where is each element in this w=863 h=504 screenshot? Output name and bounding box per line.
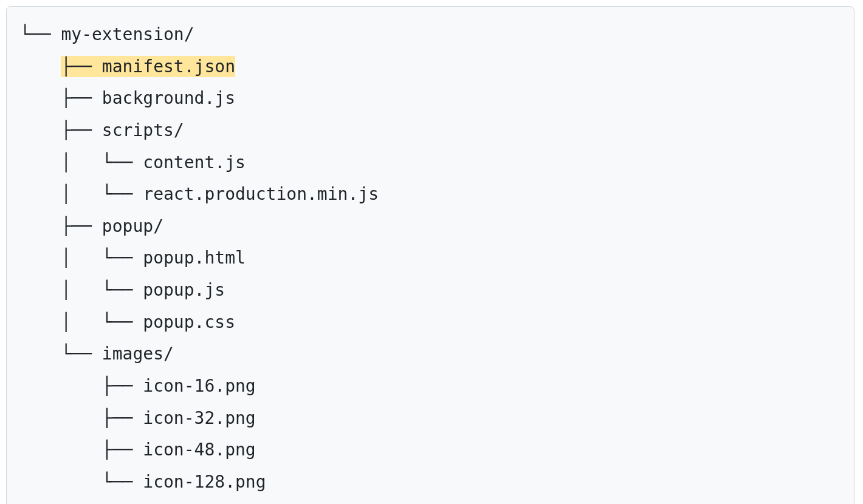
tree-prefix: │ └── <box>20 312 143 332</box>
tree-entry-popup-dir: popup/ <box>102 216 163 236</box>
tree-prefix: ├── <box>20 120 102 140</box>
tree-entry-icon-48-png: icon-48.png <box>143 440 255 460</box>
tree-prefix: └── <box>20 24 61 44</box>
tree-line: ├── icon-48.png <box>20 434 841 466</box>
tree-prefix: ├── <box>20 88 102 108</box>
tree-line: ├── scripts/ <box>20 115 841 147</box>
tree-line: │ └── popup.html <box>20 242 841 274</box>
tree-line: │ └── popup.css <box>20 307 841 339</box>
tree-line: ├── background.js <box>20 83 841 115</box>
tree-prefix: ├── <box>20 440 143 460</box>
tree-line: │ └── content.js <box>20 147 841 179</box>
tree-line: ├── icon-16.png <box>20 370 841 403</box>
tree-prefix: └── <box>20 344 102 364</box>
tree-entry-my-extension: my-extension/ <box>61 24 194 44</box>
directory-tree-block: └── my-extension/ ├── manifest.json ├── … <box>6 6 854 504</box>
tree-prefix: └── <box>20 472 143 492</box>
tree-entry-icon-32-png: icon-32.png <box>143 408 255 428</box>
tree-line: ├── icon-32.png <box>20 403 841 435</box>
tree-prefix <box>20 56 61 77</box>
tree-line: │ └── popup.js <box>20 274 841 307</box>
tree-entry-popup-css: popup.css <box>143 312 235 332</box>
tree-entry-scripts-dir: scripts/ <box>102 120 184 140</box>
tree-line: └── my-extension/ <box>20 19 841 51</box>
tree-prefix: │ └── <box>20 184 143 204</box>
tree-prefix: │ └── <box>20 248 143 268</box>
tree-line: └── icon-128.png <box>20 466 841 499</box>
tree-entry-background-js: background.js <box>102 88 235 108</box>
tree-line: ├── popup/ <box>20 211 841 243</box>
tree-line: ├── manifest.json <box>20 51 841 83</box>
tree-line: └── images/ <box>20 338 841 370</box>
tree-entry-icon-16-png: icon-16.png <box>143 376 255 396</box>
tree-entry-icon-128-png: icon-128.png <box>143 472 266 492</box>
tree-prefix: │ └── <box>20 280 143 300</box>
tree-line: │ └── react.production.min.js <box>20 179 841 211</box>
tree-entry-content-js: content.js <box>143 152 246 172</box>
tree-prefix: ├── <box>20 408 143 428</box>
tree-entry-manifest-json: ├── manifest.json <box>61 56 235 77</box>
tree-entry-images-dir: images/ <box>102 344 174 364</box>
tree-prefix: ├── <box>20 216 102 236</box>
tree-entry-react-production-min-js: react.production.min.js <box>143 184 379 204</box>
tree-prefix: │ └── <box>20 152 143 172</box>
tree-entry-popup-html: popup.html <box>143 248 246 268</box>
tree-prefix: ├── <box>20 376 143 396</box>
tree-entry-popup-js: popup.js <box>143 280 225 300</box>
